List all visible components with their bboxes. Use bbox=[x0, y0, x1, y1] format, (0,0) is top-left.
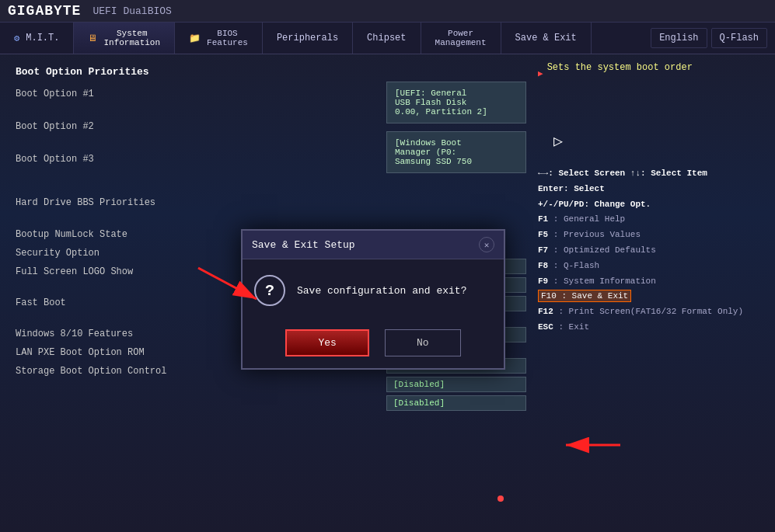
key-enter: Enter: Select bbox=[538, 182, 763, 197]
key-help: ←→: Select Screen ↑↓: Select Item Enter:… bbox=[538, 166, 763, 336]
key-f10: F10 : Save & Exit bbox=[538, 289, 763, 304]
boot-option-2-label[interactable]: Boot Option #2 bbox=[16, 116, 371, 137]
sysinfo-icon: 🖥 bbox=[88, 33, 97, 44]
dot-indicator bbox=[497, 495, 504, 502]
boot-option-2-value[interactable]: [Windows BootManager (P0:Samsung SSD 750 bbox=[386, 131, 526, 173]
help-text: Sets the system boot order bbox=[547, 62, 693, 73]
key-f9: F9 : System Information bbox=[538, 274, 763, 290]
lanpxe-value[interactable]: [Disabled] bbox=[386, 377, 526, 392]
nav-peripherals[interactable]: Peripherals bbox=[263, 23, 353, 54]
peripherals-label: Peripherals bbox=[277, 33, 338, 43]
dialog-buttons: Yes No bbox=[243, 322, 504, 368]
storage-value[interactable]: [Disabled] bbox=[386, 395, 526, 411]
nav-system-info[interactable]: 🖥 System Information bbox=[74, 23, 175, 54]
key-f7: F7 : Optimized Defaults bbox=[538, 243, 763, 259]
nav-power[interactable]: Power Management bbox=[421, 23, 501, 54]
key-change: +/-/PU/PD: Change Opt. bbox=[538, 197, 763, 213]
language-selector[interactable]: English bbox=[651, 28, 707, 48]
lan-pxe-label[interactable]: LAN PXE Boot Option ROM bbox=[16, 347, 145, 358]
windows-features-label[interactable]: Windows 8/10 Features bbox=[16, 329, 133, 339]
hard-drive-bbs-label[interactable]: Hard Drive BBS Priorities bbox=[16, 193, 371, 213]
bios-header: GIGABYTE UEFI DualBIOS ⚙ M.I.T. 🖥 System… bbox=[0, 0, 775, 54]
key-f10-highlight: F10 : Save & Exit bbox=[538, 290, 631, 302]
uefi-dualbios-label: UEFI DualBIOS bbox=[93, 5, 171, 17]
key-f1: F1 : General Help bbox=[538, 212, 763, 228]
key-esc: ESC : Exit bbox=[538, 320, 763, 336]
mit-icon: ⚙ bbox=[14, 33, 19, 44]
nav-chipset[interactable]: Chipset bbox=[353, 23, 421, 54]
power-label2: Management bbox=[435, 38, 487, 47]
nav-mit[interactable]: ⚙ M.I.T. bbox=[0, 23, 74, 54]
key-arrows: ←→: Select Screen ↑↓: Select Item bbox=[538, 166, 763, 182]
qflash-button[interactable]: Q-Flash bbox=[711, 28, 767, 48]
sysinfo-label2: Information bbox=[103, 38, 160, 47]
f10-arrow-annotation bbox=[558, 433, 628, 457]
bios-icon: 📁 bbox=[189, 33, 201, 44]
yes-button[interactable]: Yes bbox=[285, 329, 368, 356]
chipset-label: Chipset bbox=[367, 33, 406, 43]
no-button[interactable]: No bbox=[385, 329, 461, 356]
boot-option-3-label[interactable]: Boot Option #3 bbox=[16, 149, 371, 169]
mit-label: M.I.T. bbox=[26, 33, 59, 43]
power-label1: Power bbox=[448, 29, 473, 38]
cursor-area: ▷ bbox=[553, 131, 763, 151]
dialog-body: ? Save configuration and exit? bbox=[243, 259, 504, 322]
yes-arrow-annotation bbox=[194, 264, 272, 311]
boot-option-1-value[interactable]: [UEFI: GeneralUSB Flash Disk0.00, Partit… bbox=[386, 82, 526, 123]
nav-right: English Q-Flash bbox=[643, 23, 775, 54]
section-title: Boot Option Priorities bbox=[16, 66, 371, 78]
full-screen-logo-label[interactable]: Full Screen LOGO Show bbox=[16, 266, 133, 277]
security-option-label[interactable]: Security Option bbox=[16, 248, 99, 259]
key-f5: F5 : Previous Values bbox=[538, 228, 763, 243]
nav-bios-features[interactable]: 📁 BIOS Features bbox=[175, 23, 263, 54]
nav-save-exit[interactable]: Save & Exit bbox=[501, 23, 592, 54]
cursor-icon: ▷ bbox=[553, 133, 563, 151]
svg-line-1 bbox=[198, 268, 257, 299]
gigabyte-logo: GIGABYTE bbox=[8, 3, 81, 19]
boot-option-1-label[interactable]: Boot Option #1 bbox=[16, 84, 371, 104]
dialog-title: Save & Exit Setup bbox=[252, 239, 355, 251]
bios-label2: Features bbox=[207, 38, 248, 47]
bullet-icon: ▶ bbox=[538, 68, 543, 78]
storage-boot-label[interactable]: Storage Boot Option Control bbox=[16, 366, 166, 377]
bios-screen: GIGABYTE UEFI DualBIOS ⚙ M.I.T. 🖥 System… bbox=[0, 0, 775, 532]
save-exit-label: Save & Exit bbox=[515, 33, 577, 43]
header-top: GIGABYTE UEFI DualBIOS bbox=[0, 0, 775, 22]
bootup-numlock-label[interactable]: Bootup NumLock State bbox=[16, 229, 127, 240]
sysinfo-label1: System bbox=[117, 29, 148, 38]
key-f12: F12 : Print Screen(FAT16/32 Format Only) bbox=[538, 304, 763, 320]
nav-bar: ⚙ M.I.T. 🖥 System Information 📁 BIOS Fea… bbox=[0, 22, 775, 54]
key-f8: F8 : Q-Flash bbox=[538, 259, 763, 274]
save-exit-dialog: Save & Exit Setup ✕ ? Save configuration… bbox=[241, 229, 505, 370]
dialog-title-bar: Save & Exit Setup ✕ bbox=[243, 231, 504, 259]
dialog-close-button[interactable]: ✕ bbox=[479, 237, 494, 252]
dialog-message: Save configuration and exit? bbox=[297, 285, 466, 297]
fast-boot-label[interactable]: Fast Boot bbox=[16, 297, 66, 308]
bios-label1: BIOS bbox=[217, 29, 237, 38]
